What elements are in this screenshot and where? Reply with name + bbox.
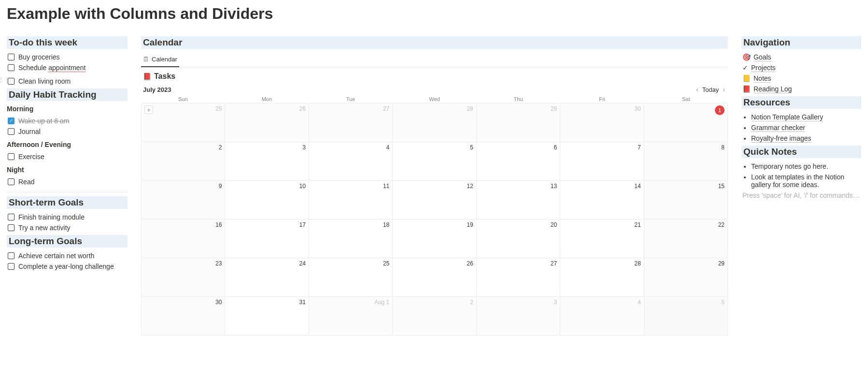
calendar-date-number: Aug 1 [374,299,389,306]
list-item[interactable]: Temporary notes go here. [751,161,861,172]
calendar-cell[interactable]: 1 [644,103,728,142]
calendar-date-number: 29 [718,260,725,267]
calendar-cell[interactable]: 27 [477,258,560,297]
heading-todo-week: To-do this week [7,36,128,49]
calendar-cell[interactable]: 28 [393,103,476,142]
nav-link[interactable]: 📒Notes [741,73,861,84]
calendar-next-button[interactable]: › [723,86,725,93]
calendar-today-button[interactable]: Today [702,86,719,93]
checkbox[interactable] [8,54,14,60]
calendar-cell[interactable]: 6 [477,142,560,181]
calendar-date-number: 21 [634,221,640,228]
calendar-cell[interactable]: 4 [560,297,644,336]
calendar-cell[interactable]: 30 [142,297,225,336]
calendar-cell[interactable]: 12 [393,181,476,220]
nav-link-label: Goals [754,53,771,61]
calendar-cell[interactable]: 17 [225,220,309,258]
nav-link[interactable]: 📕Reading Log [741,84,861,94]
calendar-cell[interactable]: 4 [309,142,393,181]
label-night: Night [7,166,128,174]
calendar-cell[interactable]: 16 [142,220,225,258]
calendar-cell[interactable]: 29 [644,258,728,297]
calendar-cell[interactable]: 23 [142,258,225,297]
calendar-cell[interactable]: 2 [393,297,476,336]
calendar-cell[interactable]: 8 [644,142,728,181]
calendar-date-number: 13 [551,183,557,190]
calendar-date-number: 4 [386,144,390,151]
calendar-cell[interactable]: 20 [477,220,560,258]
todo-item[interactable]: Finish training module [7,212,128,222]
calendar-cell[interactable]: +25 [142,103,225,142]
calendar-cell[interactable]: 22 [644,220,728,258]
heading-long-term-goals: Long-term Goals [7,235,128,248]
checkbox[interactable] [8,178,14,185]
empty-block-placeholder[interactable]: Press 'space' for AI, '/' for commands… [741,190,861,201]
todo-item[interactable]: Clean living room [7,76,71,87]
calendar-cell[interactable]: 15 [644,181,728,220]
checkbox[interactable] [8,214,14,220]
calendar-date-number: 12 [467,183,473,190]
todo-item[interactable]: Read [7,176,128,187]
checkbox[interactable] [8,252,14,259]
todo-label: Finish training module [18,213,85,221]
list-item[interactable]: Grammar checker [751,122,861,133]
checkbox[interactable] [8,78,14,85]
tab-calendar[interactable]: 🗓 Calendar [141,53,179,67]
calendar-date-number: 11 [383,183,389,190]
calendar-cell[interactable]: 30 [560,103,644,142]
drag-handle-icon[interactable]: ⋮⋮ [0,76,4,83]
todo-item[interactable]: Buy groceries [7,52,128,62]
calendar-cell[interactable]: 24 [225,258,309,297]
todo-item[interactable]: Wake up at 8 am [7,116,128,126]
calendar-cell[interactable]: 26 [393,258,476,297]
calendar-cell[interactable]: 13 [477,181,560,220]
calendar-cell[interactable]: 21 [560,220,644,258]
calendar-cell[interactable]: 3 [477,297,560,336]
calendar-cell[interactable]: 5 [393,142,476,181]
calendar-cell[interactable]: 11 [309,181,393,220]
calendar-cell[interactable]: 7 [560,142,644,181]
calendar-cell[interactable]: 27 [309,103,393,142]
calendar-cell[interactable]: 28 [560,258,644,297]
calendar-date-number: 17 [299,221,305,228]
calendar-date-number: 30 [634,105,640,112]
checkbox[interactable] [8,263,14,270]
add-event-button[interactable]: + [144,105,153,114]
tasks-title-label[interactable]: Tasks [154,72,175,81]
todo-item[interactable]: Try a new activity [7,222,128,233]
calendar-date-number: 28 [634,260,640,267]
calendar-cell[interactable]: 2 [142,142,225,181]
list-item[interactable]: Look at templates in the Notion gallery … [751,172,861,190]
calendar-cell[interactable]: 5 [644,297,728,336]
checkbox[interactable] [8,128,14,135]
calendar-cell[interactable]: Aug 1 [309,297,393,336]
todo-item[interactable]: Schedule appointment [7,62,128,73]
calendar-cell[interactable]: 9 [142,181,225,220]
calendar-prev-button[interactable]: ‹ [696,86,698,93]
calendar-day-header: Thu [476,96,560,102]
todo-label: Journal [18,128,41,135]
calendar-cell[interactable]: 26 [225,103,309,142]
todo-item[interactable]: Complete a year-long challenge [7,261,128,272]
todo-label: Read [18,178,34,186]
list-item[interactable]: Royalty-free images [751,133,861,144]
calendar-cell[interactable]: 3 [225,142,309,181]
list-item[interactable]: Notion Template Gallery [751,112,861,122]
calendar-cell[interactable]: 29 [477,103,560,142]
calendar-cell[interactable]: 10 [225,181,309,220]
todo-item[interactable]: Achieve certain net worth [7,250,128,261]
checkbox[interactable] [8,153,14,160]
nav-link[interactable]: 🎯Goals [741,52,861,62]
calendar-cell[interactable]: 14 [560,181,644,220]
todo-item[interactable]: Journal [7,126,128,137]
calendar-cell[interactable]: 18 [309,220,393,258]
nav-link[interactable]: ✓Projects [741,62,861,73]
calendar-cell[interactable]: 25 [309,258,393,297]
calendar-cell[interactable]: 19 [393,220,476,258]
todo-item[interactable]: Exercise [7,151,128,162]
page-icon: 📒 [742,74,751,82]
checkbox[interactable] [8,117,14,124]
calendar-cell[interactable]: 31 [225,297,309,336]
checkbox[interactable] [8,224,14,231]
checkbox[interactable] [8,64,14,71]
